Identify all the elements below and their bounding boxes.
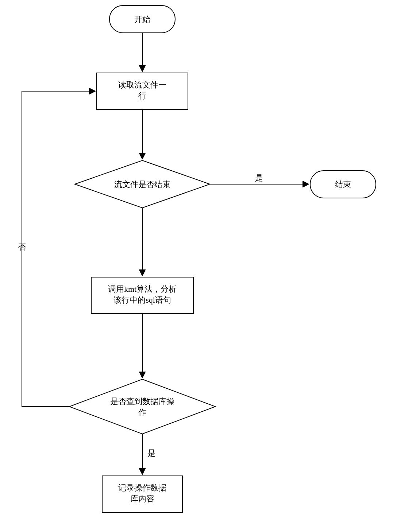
node-start: 开始 (109, 5, 175, 33)
node-eof: 流文件是否结束 (75, 160, 210, 208)
node-isdb: 是否查到数据库操 作 (69, 379, 215, 434)
svg-marker-5 (69, 379, 215, 434)
node-record-label-1: 记录操作数据 (118, 483, 166, 492)
edge-isdb-read-loop-label: 否 (18, 242, 26, 252)
node-kmt-label-2: 该行中的sql语句 (113, 295, 171, 304)
flowchart-svg: 开始 读取流文件一 行 流文件是否结束 是 结束 调用kmt算法，分析 该行中的… (0, 0, 420, 524)
edge-isdb-read-loop (22, 91, 95, 407)
node-kmt: 调用kmt算法，分析 该行中的sql语句 (91, 277, 193, 314)
node-isdb-label-1: 是否查到数据库操 (110, 397, 174, 406)
node-read-label-2: 行 (138, 91, 146, 100)
node-end: 结束 (310, 171, 376, 198)
node-kmt-label-1: 调用kmt算法，分析 (108, 284, 177, 294)
node-record-label-2: 库内容 (130, 494, 154, 503)
node-read: 读取流文件一 行 (97, 73, 188, 109)
node-read-label-1: 读取流文件一 (118, 80, 166, 89)
node-start-label: 开始 (134, 15, 150, 24)
node-record: 记录操作数据 库内容 (102, 476, 182, 512)
edge-eof-end-label: 是 (255, 173, 263, 182)
node-end-label: 结束 (335, 180, 351, 189)
node-isdb-label-2: 作 (138, 408, 146, 417)
edge-isdb-record-label: 是 (147, 449, 155, 458)
node-eof-label: 流文件是否结束 (114, 180, 170, 189)
